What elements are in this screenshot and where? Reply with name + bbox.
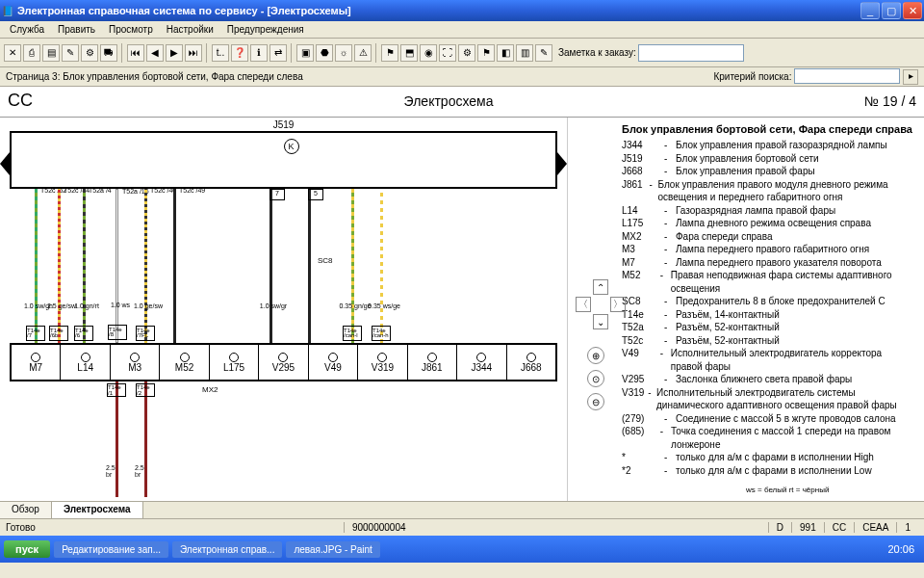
toolbar-button[interactable]: ⚑ — [477, 44, 495, 62]
zoom-buttons: ⊕ ⊙ ⊖ — [587, 347, 604, 410]
minimize-button[interactable]: _ — [860, 2, 880, 19]
toolbar-button[interactable]: ⚙ — [458, 44, 475, 62]
toolbar-button[interactable]: ▣ — [296, 44, 314, 62]
window-title: Электронная справочная система по сервис… — [17, 5, 351, 16]
doc-title: Электросхема — [404, 93, 494, 109]
maximize-button[interactable]: ▢ — [882, 2, 901, 19]
subbar: Страница 3: Блок управления бортовой сет… — [0, 67, 924, 87]
toolbar-button[interactable]: ▥ — [516, 44, 533, 62]
nav-right-icon[interactable]: 〉 — [610, 297, 626, 312]
legend-row: T14e-Разъём, 14-контактный — [622, 308, 914, 322]
connector-cell: M3 — [111, 345, 160, 380]
zoom-in-icon[interactable]: ⊕ — [587, 347, 604, 364]
content: CC Электросхема № 19 / 4 J519 K SC8 T52c… — [0, 87, 924, 518]
taskbar-item[interactable]: левая.JPG - Paint — [286, 541, 379, 558]
legend-row: (279)-Соединение с массой 5 в жгуте пров… — [622, 412, 914, 426]
toolbar-button[interactable]: ⚙ — [81, 44, 98, 62]
toolbar-button[interactable]: ⚑ — [381, 44, 398, 62]
ground-wire: T14e /12.5 br — [116, 381, 118, 497]
menu-settings[interactable]: Настройки — [161, 23, 219, 36]
connector-cell: M7 — [12, 345, 61, 380]
toolbar-button[interactable]: ℹ — [250, 44, 268, 62]
connector-cell: L14 — [61, 345, 110, 380]
connector-block: M7L14M3M52L175V295V49V319J861J344J668 — [10, 343, 557, 381]
status-one: 1 — [896, 522, 918, 533]
j519-box: J519 K — [10, 131, 557, 189]
nav-up-icon[interactable]: ⌃ — [593, 279, 608, 295]
toolbar-button[interactable]: ◧ — [497, 44, 514, 62]
search-input[interactable] — [794, 68, 900, 84]
fuse-box: 7 — [270, 189, 285, 200]
taskbar: пуск Редактирование зап... Электронная с… — [0, 536, 924, 563]
arrow-right-icon[interactable] — [557, 152, 567, 175]
toolbar-button[interactable]: ⏭ — [185, 44, 202, 62]
toolbar-button[interactable]: ⎙ — [23, 44, 40, 62]
nav-down-icon[interactable]: ⌄ — [593, 314, 608, 329]
tab-schematic[interactable]: Электросхема — [52, 502, 143, 518]
wire: T52c /442.5 ge/swT14e /6b — [58, 189, 61, 343]
close-button[interactable]: ✕ — [903, 2, 922, 19]
toolbar-button[interactable]: ⬒ — [400, 44, 418, 62]
toolbar-button[interactable]: ◉ — [420, 44, 437, 62]
status-cc: CC — [824, 522, 854, 533]
toolbar-button[interactable]: ✕ — [4, 44, 21, 62]
wire: T52c /49 — [173, 189, 176, 343]
zoom-out-icon[interactable]: ⊖ — [587, 393, 604, 410]
toolbar-button[interactable]: ⏮ — [127, 44, 144, 62]
legend-row: *-только для а/м с фарами в исполнении H… — [622, 451, 914, 464]
toolbar-button[interactable]: ☼ — [335, 44, 352, 62]
toolbar-button[interactable]: ◀ — [146, 44, 164, 62]
start-button[interactable]: пуск — [4, 540, 50, 558]
app-icon: 📘 — [2, 6, 13, 16]
toolbar-button[interactable]: ▤ — [42, 44, 60, 62]
page-text: Страница 3: Блок управления бортовой сет… — [6, 71, 303, 82]
toolbar-button[interactable]: ⇄ — [270, 44, 287, 62]
zoom-actual-icon[interactable]: ⊙ — [587, 370, 604, 387]
wire: T52c /521.0 sw/gnT14e /7 — [35, 189, 38, 343]
diagram-panel: J519 K SC8 T52c /521.0 sw/gnT14e /7T52c … — [0, 87, 568, 518]
arrow-left-icon[interactable] — [0, 152, 10, 175]
legend-row: M52-Правая неподвижная фара системы адап… — [622, 269, 914, 295]
legend-row: M7-Лампа переднего правого указателя пов… — [622, 256, 914, 270]
legend-row: MX2-Фара спереди справа — [622, 230, 914, 244]
menu-view[interactable]: Просмотр — [103, 23, 159, 36]
wires: SC8 T52c /521.0 sw/gnT14e /7T52c /442.5 … — [10, 189, 557, 343]
toolbar-button[interactable]: ⛟ — [100, 44, 117, 62]
legend-row: J668-Блок управления правой фары — [622, 165, 914, 178]
search-label: Критерий поиска: — [713, 70, 791, 81]
toolbar-button[interactable]: ❓ — [231, 44, 248, 62]
toolbar-button[interactable]: t.. — [212, 44, 229, 62]
status-year: 991 — [791, 522, 824, 533]
legend-row: V295-Заслонка ближнего света правой фары — [622, 373, 914, 386]
wire: T52a /41.0 gn/rtT14e /6 — [83, 189, 86, 343]
toolbar: ✕⎙▤✎⚙⛟⏮◀▶⏭t..❓ℹ⇄▣⬣☼⚠⚑⬒◉⛶⚙⚑◧▥✎Заметка к з… — [0, 39, 924, 67]
toolbar-button[interactable]: ▶ — [166, 44, 183, 62]
taskbar-item[interactable]: Электронная справ... — [172, 541, 282, 558]
wire: 0.35 ws/geT14e /can-h — [380, 189, 383, 343]
note-input[interactable] — [638, 44, 744, 62]
menu-edit[interactable]: Править — [52, 23, 101, 36]
menu-service[interactable]: Служба — [4, 23, 50, 36]
legend-row: V49-Исполнительный электродвигатель корр… — [622, 347, 914, 373]
taskbar-item[interactable]: Редактирование зап... — [54, 541, 168, 558]
menu-warnings[interactable]: Предупреждения — [221, 23, 310, 36]
legend-row: M3-Лампа переднего правого габаритного о… — [622, 243, 914, 256]
toolbar-button[interactable]: ⬣ — [316, 44, 333, 62]
toolbar-button[interactable]: ✎ — [535, 44, 552, 62]
legend-title: Блок управления бортовой сети, Фара спер… — [622, 123, 914, 135]
statusbar: Готово 9000000004 D 991 CC CEAA 1 — [0, 518, 924, 536]
wire — [308, 189, 311, 343]
wire: 0.35 gn/geT14e /can-l — [351, 189, 354, 343]
note-label: Заметка к заказу: — [558, 47, 636, 58]
nav-pad: ⌃ 〈 〉 ⌄ — [576, 279, 626, 329]
doc-pageno: № 19 / 4 — [864, 93, 916, 109]
toolbar-button[interactable]: ⚠ — [354, 44, 372, 62]
connector-cell: V319 — [358, 345, 407, 380]
nav-left-icon[interactable]: 〈 — [576, 297, 591, 312]
search-go-icon[interactable]: ▸ — [903, 69, 918, 85]
toolbar-button[interactable]: ✎ — [62, 44, 79, 62]
color-notes: ws = белый rt = чёрный — [746, 486, 829, 495]
legend-row: T52c-Разъём, 52-контактный — [622, 334, 914, 348]
tab-overview[interactable]: Обзор — [0, 502, 52, 518]
toolbar-button[interactable]: ⛶ — [439, 44, 456, 62]
